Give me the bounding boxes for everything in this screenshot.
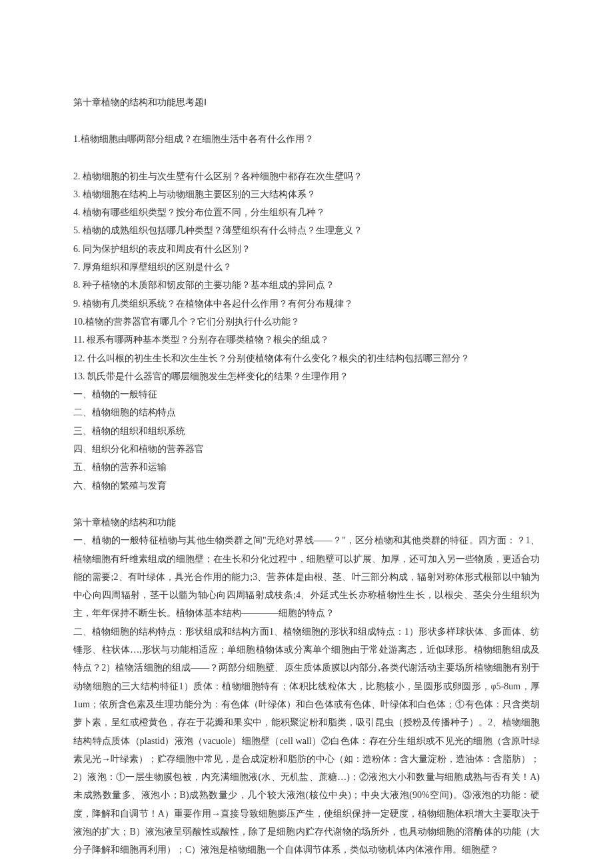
- question-1: 1.植物细胞由哪两部分组成？在细胞生活中各有什么作用？: [73, 130, 540, 148]
- body-text-block: 一、植物的一般特征植物与其他生物类群之间"无绝对界线——？"，区分植物和其他类群…: [73, 531, 540, 859]
- question-4: 4. 植物有哪些组织类型？按分布位置不同，分生组织有几种？: [73, 203, 540, 221]
- outline-item-4: 四、组织分化和植物的营养器官: [73, 440, 540, 458]
- paragraph-1: 一、植物的一般特征植物与其他生物类群之间"无绝对界线——？"，区分植物和其他类群…: [73, 531, 540, 622]
- outline-item-2: 二、植物细胞的结构特点: [73, 403, 540, 421]
- question-12: 12. 什么叫根的初生生长和次生生长？分别使植物体有什么变化？根尖的初生结构包括…: [73, 349, 540, 367]
- paragraph-2: 二、植物细胞的结构特点：形状组成和结构方面1、植物细胞的形状和组成特点：1）形状…: [73, 623, 540, 859]
- section-title: 第十章植物的结构和功能: [73, 513, 540, 531]
- question-13: 13. 凯氏带是什么器官的哪层细胞发生怎样变化的结果？生理作用？: [73, 367, 540, 385]
- outline-item-6: 六、植物的繁殖与发育: [73, 477, 540, 495]
- question-7: 7. 厚角组织和厚壁组织的区别是什么？: [73, 258, 540, 276]
- question-3: 3. 植物细胞在结构上与动物细胞主要区别的三大结构体系？: [73, 185, 540, 203]
- question-2: 2. 植物细胞的初生与次生壁有什么区别？各种细胞中都存在次生壁吗？: [73, 167, 540, 185]
- page-title: 第十章植物的结构和功能思考题Ⅰ: [73, 93, 540, 111]
- outline-item-3: 三、植物的组织和组织系统: [73, 422, 540, 440]
- spacer: [73, 495, 540, 513]
- question-9: 9. 植物有几类组织系统？在植物体中各起什么作用？有何分布规律？: [73, 295, 540, 313]
- outline-item-5: 五、植物的营养和运输: [73, 458, 540, 476]
- question-6: 6. 同为保护组织的表皮和周皮有什么区别？: [73, 240, 540, 258]
- question-5: 5. 植物的成熟组织包括哪几种类型？薄壁组织有什么特点？生理意义？: [73, 221, 540, 239]
- question-10: 10.植物的营养器官有哪几个？它们分别执行什么功能？: [73, 313, 540, 331]
- outline-item-1: 一、植物的一般特征: [73, 385, 540, 403]
- question-8: 8. 种子植物的木质部和韧皮部的主要功能？基本组成的异同点？: [73, 276, 540, 294]
- question-11: 11. 根系有哪两种基本类型？分别存在哪类植物？根尖的组成？: [73, 331, 540, 349]
